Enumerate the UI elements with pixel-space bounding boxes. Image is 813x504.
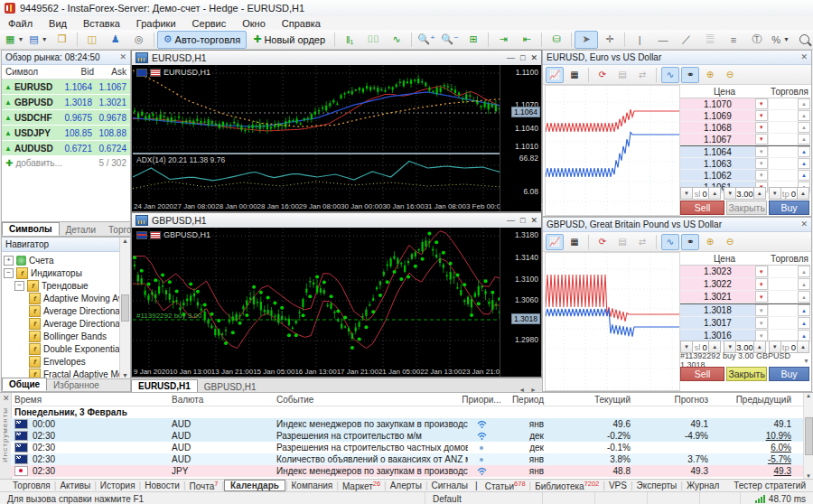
col-priority[interactable]: Приори...: [468, 395, 495, 405]
buy-step-icon[interactable]: ▲: [798, 146, 810, 157]
indicators-icon[interactable]: ⛁: [545, 31, 568, 49]
eurusd-chart-window[interactable]: EURUSD,H1 —□✕ EURUSD,H1 ADX(14) 20.21 11…: [131, 50, 542, 212]
gbpusd-main-chart-canvas[interactable]: [133, 229, 501, 367]
eurusd-main-chart-canvas[interactable]: [133, 66, 501, 153]
symbol-row[interactable]: ▲AUDUSD0.67210.6724: [2, 141, 130, 156]
calendar-row[interactable]: 00:00 AUD Индекс менеджеров по закупкам …: [11, 418, 804, 430]
navigator-button[interactable]: ♟: [104, 31, 127, 49]
buy-button[interactable]: Buy: [769, 367, 809, 381]
bar-chart-mode-icon[interactable]: ǁ₁: [338, 31, 361, 49]
tree-item-indicators[interactable]: −fИндикаторы: [4, 266, 130, 279]
horizontal-line-tool-icon[interactable]: —: [651, 31, 675, 49]
dom-row-ask[interactable]: 1.3023▼▲: [680, 266, 810, 278]
eurusd-price-axis[interactable]: 1.1100 1.1070 1.1040 1.1010 1.1064 66.82…: [500, 65, 541, 211]
gbpusd-window-titlebar[interactable]: GBPUSD,H1 —□✕: [132, 213, 541, 229]
close-icon[interactable]: ✕: [800, 220, 808, 229]
minimize-icon[interactable]: —: [507, 216, 515, 225]
tp-stepper[interactable]: ▼tp0▲: [769, 187, 809, 200]
sell-step-icon[interactable]: ▼: [755, 278, 768, 290]
position-line-label[interactable]: #11392292 buy 3.00: [136, 312, 201, 320]
dom-row-ask[interactable]: 1.1069▼▲: [680, 110, 810, 122]
chevron-down-icon[interactable]: ▼: [803, 358, 809, 364]
calendar-row[interactable]: 02:30 JPY Индекс менеджеров по закупкам …: [11, 465, 804, 477]
tab-experts[interactable]: Эксперты: [633, 481, 681, 490]
tab-articles[interactable]: Статьи678: [481, 480, 529, 491]
cursor-tool-icon[interactable]: ➤: [575, 31, 598, 49]
tab-favorites[interactable]: Избранное: [47, 379, 106, 391]
crosshair-tool-icon[interactable]: ✛: [598, 31, 621, 49]
terminal-button[interactable]: ◎: [127, 31, 151, 49]
buy-button[interactable]: Buy: [769, 201, 809, 215]
dom-zoom-out-icon[interactable]: ⊖: [721, 67, 739, 83]
col-bid[interactable]: Bid: [65, 67, 98, 77]
tree-item-indicator[interactable]: fAverage Directional: [4, 304, 130, 317]
dom-row-bid[interactable]: 1.3018▼▲: [680, 303, 810, 317]
tab-history[interactable]: История: [97, 481, 139, 490]
tree-item-indicator[interactable]: fAdaptive Moving Av: [4, 292, 130, 304]
menu-insert[interactable]: Вставка: [75, 18, 128, 29]
maximize-icon[interactable]: □: [520, 216, 525, 225]
eurusd-window-titlebar[interactable]: EURUSD,H1 —□✕: [132, 51, 541, 66]
tab-journal[interactable]: Журнал: [683, 481, 724, 490]
col-period[interactable]: Период: [495, 395, 558, 405]
sell-step-icon[interactable]: ▼: [755, 110, 768, 121]
buy-step-icon[interactable]: ▲: [798, 170, 810, 181]
dom-row-ask[interactable]: 1.3022▼▲: [680, 278, 810, 291]
tab-company[interactable]: Компания: [288, 481, 337, 490]
buy-step-icon[interactable]: ▲: [798, 278, 810, 290]
menu-tools[interactable]: Сервис: [184, 18, 235, 29]
eurusd-chart-body[interactable]: EURUSD,H1 ADX(14) 20.21 11.38 9.76 24 Ja…: [132, 65, 541, 211]
tab-eurusd-chart[interactable]: EURUSD,H1: [131, 379, 198, 393]
col-time[interactable]: Время: [11, 395, 172, 405]
col-previous[interactable]: Предыдущий: [714, 395, 797, 405]
menu-file[interactable]: Файл: [0, 18, 41, 29]
profiles-button[interactable]: ▤▼: [26, 31, 50, 49]
symbol-row[interactable]: ▲USDCHF0.96750.9678: [2, 110, 130, 126]
close-icon[interactable]: ✕: [800, 53, 808, 61]
autotrading-button[interactable]: ⚙Авто-торговля: [157, 31, 248, 49]
calendar-scrollbar[interactable]: ▲▼: [803, 393, 813, 479]
buy-step-icon[interactable]: ▲: [798, 291, 810, 303]
sl-stepper[interactable]: ▼sl0▲: [680, 187, 721, 200]
tab-library[interactable]: Библиотека7202: [531, 480, 603, 491]
symbol-row[interactable]: ▲GBPUSD1.30181.3021: [2, 95, 130, 110]
channel-tool-icon[interactable]: ≡: [722, 31, 745, 49]
close-icon[interactable]: ✕: [3, 395, 10, 403]
dom-row-ask[interactable]: 1.1067▼▲: [680, 134, 810, 145]
sell-step-icon[interactable]: ▼: [755, 170, 768, 181]
tree-item-indicator[interactable]: fDouble Exponential: [4, 342, 130, 355]
menu-charts[interactable]: Графики: [128, 18, 184, 29]
dom-row-ask[interactable]: 1.3021▼▲: [680, 291, 810, 303]
menu-window[interactable]: Окно: [234, 18, 274, 29]
dom-zoom-in-icon[interactable]: ⊕: [701, 67, 719, 83]
tab-vps[interactable]: VPS: [605, 481, 631, 490]
sell-step-icon[interactable]: ▼: [755, 266, 768, 277]
dom-zoom-out-icon[interactable]: ⊖: [721, 234, 739, 250]
calendar-row[interactable]: 02:30 AUD Разрешения на строительство м/…: [11, 430, 804, 442]
col-currency[interactable]: Валюта: [172, 395, 276, 405]
symbol-row[interactable]: ▲EURUSD1.10641.1067: [2, 79, 130, 95]
trendline-tool-icon[interactable]: ／: [675, 31, 698, 49]
buy-step-icon[interactable]: ▲: [798, 122, 810, 133]
refresh-icon[interactable]: ⟳: [593, 67, 612, 83]
tab-assets[interactable]: Активы: [56, 481, 94, 490]
close-icon[interactable]: ✕: [530, 53, 537, 62]
status-latency[interactable]: 48.70 ms: [740, 492, 813, 504]
shapes-tool-icon[interactable]: %▼: [769, 31, 792, 49]
buy-step-icon[interactable]: ▲: [798, 110, 810, 121]
gbpusd-price-axis[interactable]: 1.3180 1.3140 1.3100 1.3060 1.2980 1.301…: [500, 228, 541, 377]
buy-step-icon[interactable]: ▲: [798, 98, 810, 109]
sell-step-icon[interactable]: ▼: [755, 134, 768, 145]
maximize-icon[interactable]: □: [520, 53, 525, 62]
dom-row-ask[interactable]: 1.1070▼▲: [680, 98, 810, 110]
col-ask[interactable]: Ask: [98, 67, 130, 77]
calendar-row[interactable]: 02:30 AUD Разрешения на строительство ча…: [11, 442, 804, 453]
tab-mail[interactable]: Почта7: [186, 480, 222, 491]
tree-item-accounts[interactable]: +Счета: [4, 254, 130, 266]
open-position-row[interactable]: #11392292 buy 3.00 GBPUSD 1.3018 ▼: [680, 355, 809, 366]
dom-book-mode-icon[interactable]: ▦: [565, 67, 584, 83]
tab-market[interactable]: Маркет26: [339, 480, 384, 491]
group-prices-icon[interactable]: ⚭: [681, 234, 699, 250]
scroll-down-icon[interactable]: ▼: [122, 372, 128, 378]
dom-chart-mode-icon[interactable]: 📈: [546, 67, 564, 83]
